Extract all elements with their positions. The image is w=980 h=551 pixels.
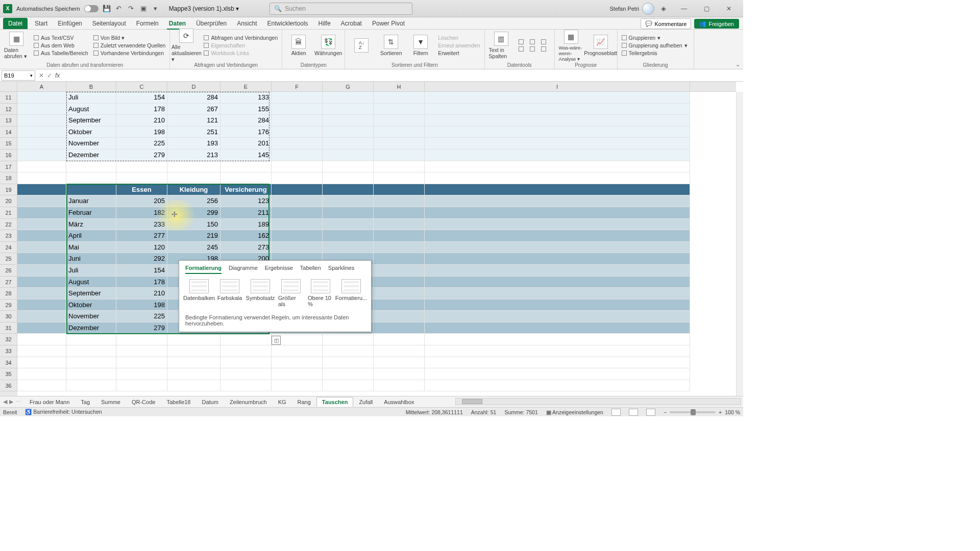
cell[interactable] [425,161,690,173]
cell[interactable]: Juni [66,253,116,265]
zoom-slider[interactable] [670,411,716,413]
tab-überprüfen[interactable]: Überprüfen [191,18,232,29]
cell[interactable] [17,345,66,357]
cell[interactable] [374,172,425,184]
col-G[interactable]: G [323,82,374,91]
cell[interactable] [66,357,116,369]
whatif-button[interactable]: ▦Was-wäre-wenn-Analyse ▾ [559,30,583,62]
row-13[interactable]: 13 [0,115,17,127]
cell[interactable] [323,195,374,207]
cell[interactable] [116,380,167,392]
cell[interactable] [323,357,374,369]
cell[interactable]: 267 [167,104,220,115]
tab-file[interactable]: Datei [3,18,28,29]
close-button[interactable]: ✕ [718,2,740,16]
row-18[interactable]: 18 [0,172,17,184]
cell[interactable] [167,161,220,173]
cell[interactable] [323,368,374,380]
cell[interactable]: Dezember [66,322,116,334]
col-A[interactable]: A [17,82,66,91]
sort-az-button[interactable]: A↓Z [349,38,374,53]
row-12[interactable]: 12 [0,104,17,115]
cell[interactable]: 176 [220,127,272,138]
relations-icon[interactable] [530,46,535,52]
cell[interactable] [374,242,425,254]
cell[interactable] [323,149,374,161]
row-33[interactable]: 33 [0,345,17,357]
col-E[interactable]: E [220,82,272,91]
consolidate-icon[interactable] [519,46,524,52]
sheet-tab[interactable]: QR-Code [126,397,161,407]
tab-start[interactable]: Start [30,18,53,29]
sheet-prev-icon[interactable]: ◀ [3,398,7,405]
data-validate-icon[interactable] [541,39,546,44]
comments-button[interactable]: 💬Kommentare [641,18,691,29]
cell[interactable] [17,127,66,138]
cell[interactable] [272,380,323,392]
sheet-tab[interactable]: Tauschen [316,397,354,407]
sort-button[interactable]: ⇅Sortieren [379,35,403,56]
refresh-all-button[interactable]: ⟳Alle aktualisieren ▾ [174,29,199,62]
recent-sources[interactable]: Zuletzt verwendete Quellen [93,42,166,48]
text-to-cols-button[interactable]: ▥Text in Spalten [489,32,513,59]
cell[interactable] [323,92,374,104]
cell[interactable]: 225 [116,311,167,322]
cell[interactable] [374,92,425,104]
cell[interactable] [323,104,374,115]
cell[interactable]: September [66,288,116,299]
cell[interactable] [425,265,690,277]
cell[interactable]: Juli [66,92,116,104]
cell[interactable] [272,138,323,149]
cell[interactable] [220,334,272,345]
cell[interactable] [272,115,323,127]
qa-tab-ergebnisse[interactable]: Ergebnisse [265,265,293,274]
view-layout-icon[interactable] [629,409,638,416]
zoom-out-icon[interactable]: − [664,409,667,415]
cell[interactable] [17,253,66,265]
cell[interactable]: 225 [116,138,167,149]
stocks-button[interactable]: 🏛Aktien [286,35,311,56]
column-headers[interactable]: ABCDEFGHI [17,82,736,92]
col-D[interactable]: D [167,82,220,91]
cell[interactable] [17,172,66,184]
forecast-sheet-button[interactable]: 📈Prognoseblatt [589,35,613,56]
cell[interactable]: 205 [116,195,167,207]
cell[interactable] [425,138,690,149]
row-32[interactable]: 32 [0,334,17,345]
cells[interactable]: Juli154284133August178267155September210… [17,92,736,396]
cell[interactable] [425,195,690,207]
view-normal-icon[interactable] [611,409,621,416]
group-button[interactable]: Gruppieren ▾ [622,35,688,41]
cell[interactable]: Dezember [66,149,116,161]
col-I[interactable]: I [425,82,690,91]
cell[interactable] [425,311,690,322]
cell[interactable]: März [66,219,116,231]
qa-tab-sparklines[interactable]: Sparklines [328,265,354,274]
sheet-tab[interactable]: Tabelle18 [161,397,196,407]
view-break-icon[interactable] [646,409,655,416]
from-image[interactable]: Von Bild ▾ [93,35,166,41]
cell[interactable] [374,253,425,265]
row-30[interactable]: 30 [0,311,17,322]
qa-opt[interactable]: Symbolsatz [247,279,274,307]
cell[interactable] [220,161,272,173]
cell[interactable] [66,334,116,345]
currencies-button[interactable]: 💱Währungen [316,35,340,56]
cell[interactable]: 233 [116,219,167,231]
row-23[interactable]: 23 [0,230,17,242]
tab-ansicht[interactable]: Ansicht [232,18,262,29]
cell[interactable] [17,277,66,288]
cell[interactable]: 201 [220,138,272,149]
cell[interactable] [272,104,323,115]
cell[interactable] [220,345,272,357]
cell[interactable] [425,92,690,104]
cell[interactable]: 162 [220,230,272,242]
cell[interactable] [323,242,374,254]
cell[interactable] [17,368,66,380]
qa-tab-diagramme[interactable]: Diagramme [229,265,258,274]
cell[interactable]: Kleidung [167,184,220,196]
name-box[interactable]: B19▾ [2,70,35,81]
cell[interactable] [425,104,690,115]
cell[interactable] [17,380,66,392]
cell[interactable] [323,161,374,173]
